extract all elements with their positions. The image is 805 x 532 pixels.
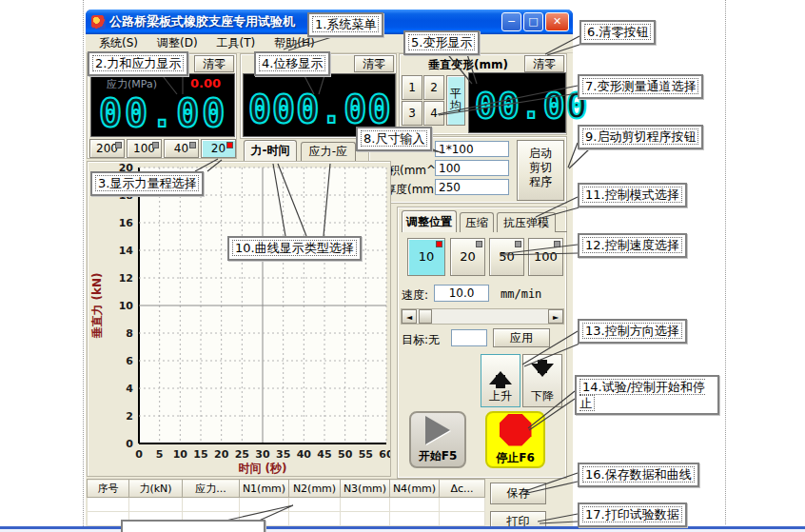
close-button[interactable]: ✕: [545, 12, 569, 31]
svg-text:垂直力 (kN): 垂直力 (kN): [90, 272, 104, 338]
slider-right-arrow[interactable]: ►: [548, 309, 563, 324]
start-shear-program-button[interactable]: 启动剪切程序: [517, 140, 564, 201]
size-input[interactable]: [435, 141, 509, 157]
range-button-200[interactable]: 200: [89, 139, 125, 158]
tab-stress-strain[interactable]: 应力-应: [301, 142, 356, 161]
range-button-100[interactable]: 100: [127, 139, 162, 158]
col-n2[interactable]: N2(mm): [289, 480, 341, 498]
range-indicator-selected: [226, 142, 233, 148]
channel-button-2[interactable]: 2: [423, 75, 444, 100]
speed-indicator: [515, 241, 521, 247]
speed-unit: mm/min: [501, 287, 541, 301]
svg-text:55: 55: [359, 448, 373, 461]
callout-7: 7.变形测量通道选择: [578, 74, 703, 99]
menu-adjust[interactable]: 调整(D): [149, 34, 206, 52]
svg-text:60: 60: [379, 448, 390, 461]
col-stress[interactable]: 应力...: [183, 480, 240, 498]
channel-button-3[interactable]: 3: [402, 101, 422, 126]
channel-button-1[interactable]: 1: [402, 75, 422, 100]
force-time-chart: 0510152025303540455055600246810121416182…: [88, 162, 390, 476]
start-button[interactable]: 开始F5: [409, 411, 466, 468]
table-row: [88, 498, 485, 512]
area-input[interactable]: [435, 160, 509, 176]
svg-text:时间 (秒): 时间 (秒): [238, 462, 286, 475]
tab-force-time[interactable]: 力-时间: [244, 140, 297, 161]
deformation-display: 00.00: [468, 72, 566, 133]
control-panel: 调整位置 压缩 抗压弹模 10 20 50 100 速度: mm/min ◄ ►…: [397, 207, 567, 479]
speed-button-50[interactable]: 50: [489, 238, 524, 276]
deformation-header: 垂直变形(mm): [428, 57, 508, 73]
target-input[interactable]: [451, 329, 487, 346]
displacement-clear-button[interactable]: 清零: [354, 55, 394, 72]
slider-thumb[interactable]: [419, 309, 432, 324]
channel-button-4[interactable]: 4: [423, 101, 444, 126]
force-display: 应力(MPa) 0.00 00.00: [90, 73, 235, 137]
col-n3[interactable]: N3(mm): [341, 480, 390, 498]
callout-5: 5.变形显示: [403, 30, 480, 55]
callout-12: 12.控制速度选择: [578, 233, 687, 258]
speed-indicator: [476, 241, 482, 247]
speed-slider[interactable]: ◄ ►: [401, 308, 564, 325]
speed-label: 速度:: [402, 287, 428, 304]
play-icon: [425, 416, 450, 444]
stop-button[interactable]: 停止F6: [485, 411, 545, 468]
apply-button[interactable]: 应用: [493, 328, 550, 347]
svg-text:5: 5: [156, 448, 164, 461]
range-indicator: [189, 142, 196, 148]
svg-text:20: 20: [214, 448, 229, 461]
callout-3: 3.显示力量程选择: [90, 171, 204, 196]
col-n1[interactable]: N1(mm): [240, 480, 289, 498]
app-icon: [91, 15, 106, 30]
svg-text:40: 40: [297, 448, 312, 461]
menu-tools[interactable]: 工具(T): [209, 34, 264, 52]
menu-system[interactable]: 系统(S): [91, 34, 146, 52]
force-clear-button[interactable]: 清零: [194, 55, 234, 72]
svg-text:6: 6: [126, 355, 133, 367]
menubar: 系统(S) 调整(D) 工具(T) 帮助(H): [86, 34, 573, 53]
svg-text:30: 30: [255, 448, 270, 461]
callout-11: 11.控制模式选择: [578, 183, 687, 207]
col-delta[interactable]: Δc...: [440, 480, 485, 498]
speed-value-input[interactable]: [434, 285, 489, 302]
svg-text:16: 16: [119, 217, 134, 229]
speed-button-20[interactable]: 20: [450, 238, 485, 276]
svg-text:15: 15: [193, 448, 207, 461]
tab-compressive-modulus[interactable]: 抗压弹模: [497, 212, 556, 232]
force-value: 00.00: [99, 91, 227, 135]
save-button[interactable]: 保存: [490, 483, 546, 504]
callout-15-partial: [121, 520, 265, 532]
thickness-label: 厚度(mm): [384, 182, 439, 198]
col-n4[interactable]: N4(mm): [390, 480, 440, 498]
chart-area: 0510152025303540455055600246810121416182…: [87, 161, 391, 477]
range-button-40[interactable]: 40: [164, 139, 199, 158]
minimize-button[interactable]: ─: [501, 12, 521, 31]
speed-button-100[interactable]: 100: [528, 238, 563, 276]
callout-8: 8.尺寸输入: [356, 127, 432, 151]
tab-compression[interactable]: 压缩: [460, 212, 494, 232]
svg-text:45: 45: [317, 448, 331, 461]
maximize-button[interactable]: □: [523, 12, 543, 31]
callout-1: 1.系统菜单: [307, 12, 383, 37]
average-channel-button[interactable]: 平均: [446, 75, 465, 126]
slider-left-arrow[interactable]: ◄: [402, 309, 417, 324]
svg-text:0: 0: [126, 438, 133, 450]
client-area: 清零 应力(MPa) 0.00 00.00 200 100 40 20 清零 0…: [86, 53, 573, 532]
callout-17: 17.打印试验数据: [578, 502, 687, 527]
col-index[interactable]: 序号: [88, 480, 129, 498]
callout-6: 6.清零按钮: [579, 20, 656, 45]
thickness-input[interactable]: [435, 179, 509, 195]
col-force[interactable]: 力(kN): [129, 480, 183, 498]
target-label: 目标:无: [402, 332, 440, 348]
down-button[interactable]: 下降: [522, 354, 562, 407]
window-title: 公路桥梁板式橡胶支座专用试验机: [109, 13, 501, 30]
deformation-clear-button[interactable]: 清零: [524, 55, 564, 72]
frame-dotted-line-left: [83, 0, 84, 532]
svg-text:25: 25: [235, 448, 249, 461]
svg-text:35: 35: [276, 448, 290, 461]
up-button[interactable]: 上升: [481, 354, 520, 407]
speed-button-10[interactable]: 10: [407, 238, 445, 276]
callout-13: 13.控制方向选择: [578, 319, 687, 344]
tab-adjust-position[interactable]: 调整位置: [402, 210, 457, 232]
range-indicator: [115, 142, 122, 148]
range-button-20[interactable]: 20: [201, 139, 236, 158]
